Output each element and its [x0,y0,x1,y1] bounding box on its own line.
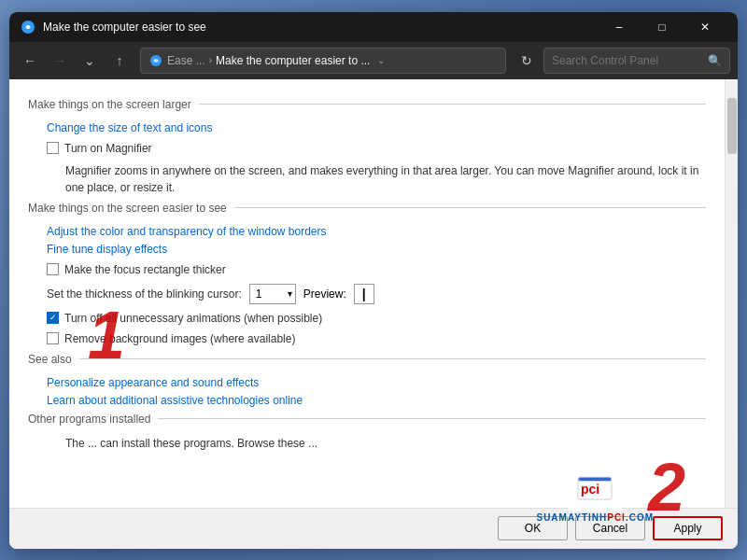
cursor-thickness-select-wrapper: 1 2 3 4 5 [249,284,296,304]
section-see-also: See also Personalize appearance and soun… [28,353,706,407]
magnifier-checkbox-row: Turn on Magnifier [28,142,706,155]
section-line-2 [234,207,706,208]
section-line-3 [79,358,706,359]
logo-overlay: pci SUAMAYTINHPCI.COM [536,469,654,523]
background-checkbox[interactable] [47,332,59,344]
address-icon [148,53,163,68]
focus-rectangle-label: Make the focus rectangle thicker [64,263,226,276]
logo-icon: pci [568,470,622,511]
refresh-button[interactable]: ↻ [514,48,540,74]
svg-rect-4 [579,477,612,481]
address-dropdown-icon: ⌄ [377,55,385,65]
address-part2: Make the computer easier to ... [216,54,370,67]
forward-button[interactable]: → [47,48,73,74]
brand-highlight: PCI [607,512,626,523]
close-button[interactable]: ✕ [684,12,726,42]
change-text-icons-link[interactable]: Change the size of text and icons [47,121,212,134]
background-checkbox-row: Remove background images (where availabl… [28,332,706,345]
svg-text:pci: pci [581,482,599,496]
window-icon [21,20,35,35]
section-header-2: Make things on the screen easier to see [28,202,706,215]
section-header-3: See also [28,353,706,366]
cursor-thickness-label: Set the thickness of the blinking cursor… [47,287,242,301]
back-button[interactable]: ← [17,48,43,74]
brand-text: SUAMAYTINHPCI.COM [536,512,654,523]
search-bar: 🔍 [543,48,730,74]
address-part1: Ease ... [167,54,205,67]
svg-point-1 [26,25,30,29]
section-title-1: Make things on the screen larger [28,98,191,111]
search-input[interactable] [552,54,702,67]
main-window: Make the computer easier to see – □ ✕ ← … [9,12,738,549]
preview-cursor: | [362,287,366,301]
section-title-3: See also [28,353,72,366]
animations-checkbox[interactable] [47,312,59,324]
magnifier-label: Turn on Magnifier [64,142,152,155]
scrollbar[interactable] [725,79,738,508]
cursor-thickness-row: Set the thickness of the blinking cursor… [28,284,706,304]
section2-links: Adjust the color and transparency of the… [28,224,706,256]
cursor-thickness-select[interactable]: 1 2 3 4 5 [249,284,296,304]
search-icon: 🔍 [708,54,722,67]
section-line-4 [158,418,706,419]
brand-suffix: .COM [626,512,654,523]
scrollbar-thumb[interactable] [727,98,737,154]
brand-name: SUAMAYTINH [536,512,607,523]
title-bar: Make the computer easier to see – □ ✕ [9,12,738,42]
section-easier: Make things on the screen easier to see … [28,202,706,345]
focus-rectangle-checkbox[interactable] [47,263,59,275]
title-bar-buttons: – □ ✕ [598,12,726,42]
focus-rectangle-checkbox-row: Make the focus rectangle thicker [28,263,706,276]
section-title-4: Other programs installed [28,413,150,426]
animations-checkbox-row: Turn off all unnecessary animations (whe… [28,312,706,325]
section-other-programs: Other programs installed The ... can ins… [28,413,706,452]
section1-links: Change the size of text and icons [28,120,706,134]
title-bar-text: Make the computer easier to see [43,21,598,34]
overlay-number-1: 1 [88,301,125,369]
up-button[interactable]: ↑ [106,48,133,74]
color-transparency-link[interactable]: Adjust the color and transparency of the… [47,225,327,238]
address-chevron: › [209,55,212,65]
other-programs-desc: The ... can install these programs. Brow… [47,435,706,452]
section-line-1 [199,104,706,105]
maximize-button[interactable]: □ [641,12,684,42]
magnifier-description: Magnifier zooms in anywhere on the scree… [47,162,706,196]
address-bar[interactable]: Ease ... › Make the computer easier to .… [140,48,506,74]
section-header-1: Make things on the screen larger [28,98,706,111]
magnifier-checkbox[interactable] [47,142,59,154]
nav-bar: ← → ⌄ ↑ Ease ... › Make the computer eas… [9,42,738,79]
dropdown-button[interactable]: ⌄ [77,48,103,74]
content-area: Make things on the screen larger Change … [9,79,738,508]
fine-tune-link[interactable]: Fine tune display effects [47,243,167,256]
main-content: Make things on the screen larger Change … [9,79,725,508]
section3-links: Personalize appearance and sound effects… [28,375,706,407]
section-header-4: Other programs installed [28,413,706,426]
preview-label: Preview: [303,287,346,301]
section-larger: Make things on the screen larger Change … [28,98,706,196]
cursor-preview: | [354,284,374,304]
personalize-link[interactable]: Personalize appearance and sound effects [47,376,259,389]
assistive-tech-link[interactable]: Learn about additional assistive technol… [47,394,303,407]
minimize-button[interactable]: – [598,12,641,42]
section-title-2: Make things on the screen easier to see [28,202,227,215]
